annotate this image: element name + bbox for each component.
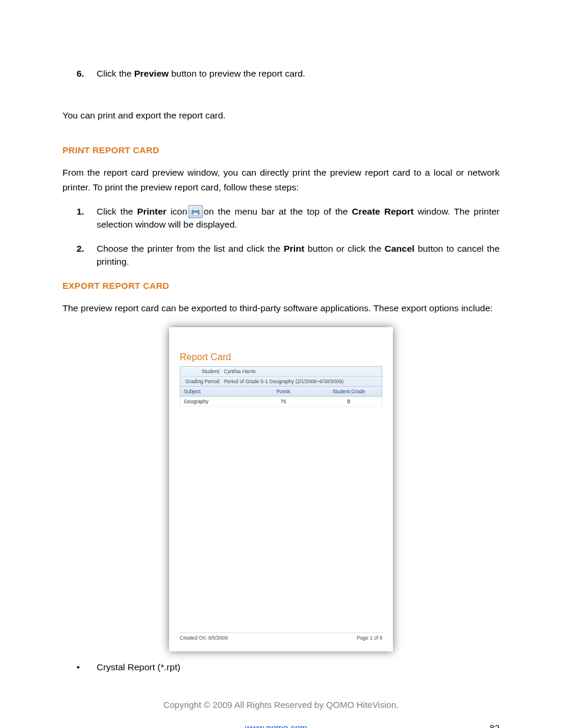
printer-bold: Printer <box>137 206 167 216</box>
text: Click the <box>97 206 137 216</box>
step-6-number: 6. <box>62 67 97 80</box>
document-page: 6. Click the Preview button to preview t… <box>0 0 562 728</box>
period-value: Period of Grade 5-1 Geography (2/1/2009~… <box>224 378 343 384</box>
cancel-bold: Cancel <box>385 243 415 253</box>
print-step-1: 1. Click the Printer iconon the menu bar… <box>62 205 500 232</box>
footer-link[interactable]: www.qomo.com <box>245 723 308 728</box>
print-report-card-heading: PRINT REPORT CARD <box>62 145 500 155</box>
report-table-header: Subject Points Student Grade <box>180 387 382 397</box>
svg-rect-2 <box>193 213 198 215</box>
copyright-line: Copyright © 2009 All Rights Reserved by … <box>62 700 500 710</box>
created-on: Created On: 8/5/2009 <box>180 635 228 641</box>
print-step-1-body: Click the Printer iconon the menu bar at… <box>97 205 500 232</box>
report-table-row: Geography 76 B <box>180 397 382 407</box>
export-intro: The preview report card can be exported … <box>62 301 500 315</box>
print-step-1-number: 1. <box>62 205 97 232</box>
text: Click the <box>97 68 134 78</box>
cell-grade: B <box>316 397 382 406</box>
cell-points: 76 <box>251 397 316 406</box>
page-footer: www.qomo.com 82 <box>62 723 500 728</box>
text: icon <box>167 206 187 216</box>
intro-paragraph: You can print and export the report card… <box>62 108 500 123</box>
report-page: Page 1 of 8 <box>357 635 382 641</box>
student-value: Cynthia Harris <box>224 368 256 374</box>
print-step-2: 2. Choose the printer from the list and … <box>62 242 500 269</box>
text: Choose the printer from the list and cli… <box>97 243 283 253</box>
report-card-title: Report Card <box>180 352 382 363</box>
report-card-footer: Created On: 8/5/2009 Page 1 of 8 <box>180 633 382 641</box>
text: on the menu bar at the top of the <box>204 206 352 216</box>
text: button or click the <box>305 243 385 253</box>
printer-icon <box>189 205 203 218</box>
report-card-preview: Report Card Student: Cynthia Harris Grad… <box>169 327 393 651</box>
svg-rect-1 <box>193 208 198 210</box>
preview-bold: Preview <box>134 68 169 78</box>
period-row: Grading Period: Period of Grade 5-1 Geog… <box>180 376 382 386</box>
col-grade: Student Grade <box>316 387 382 396</box>
report-card-header-band: Student: Cynthia Harris Grading Period: … <box>180 366 382 387</box>
print-intro: From the report card preview window, you… <box>62 166 500 194</box>
bullet-text: Crystal Report (*.rpt) <box>97 662 180 673</box>
period-label: Grading Period: <box>184 378 224 384</box>
create-report-bold: Create Report <box>352 206 414 216</box>
page-number: 82 <box>490 723 500 728</box>
print-step-2-body: Choose the printer from the list and cli… <box>97 242 500 269</box>
student-row: Student: Cynthia Harris <box>180 367 382 376</box>
col-subject: Subject <box>180 387 251 396</box>
print-step-2-number: 2. <box>62 242 97 269</box>
text: button to preview the report card. <box>168 68 305 78</box>
step-6: 6. Click the Preview button to preview t… <box>62 67 500 80</box>
cell-subject: Geography <box>180 397 251 406</box>
export-report-card-heading: EXPORT REPORT CARD <box>62 281 500 291</box>
student-label: Student: <box>184 368 224 374</box>
print-bold: Print <box>283 243 304 253</box>
export-bullet-1: • Crystal Report (*.rpt) <box>62 662 500 673</box>
col-points: Points <box>251 387 316 396</box>
step-6-body: Click the Preview button to preview the … <box>97 67 500 80</box>
bullet-dot: • <box>62 662 97 673</box>
report-card-inner: Report Card Student: Cynthia Harris Grad… <box>169 327 393 651</box>
